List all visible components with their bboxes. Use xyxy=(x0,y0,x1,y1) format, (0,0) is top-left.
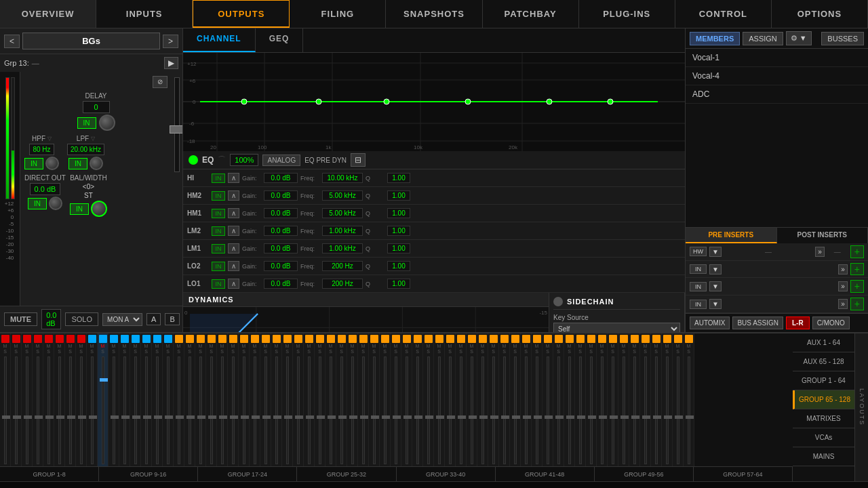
mute-btn-43[interactable]: M xyxy=(459,344,463,349)
mute-btn-30[interactable]: M xyxy=(318,344,322,349)
solo-btn-14[interactable]: S xyxy=(144,349,148,354)
solo-btn-54[interactable]: S xyxy=(578,349,582,354)
busses-button[interactable]: BUSSES xyxy=(821,32,864,45)
mute-btn-1[interactable]: M xyxy=(3,344,7,349)
mute-btn-24[interactable]: M xyxy=(253,344,257,349)
strip-color-41[interactable] xyxy=(435,335,443,343)
fader-track-10[interactable] xyxy=(102,357,104,464)
insert-type-in2[interactable]: IN xyxy=(690,282,707,291)
mute-btn-53[interactable]: M xyxy=(568,344,572,349)
fader-thumb-31[interactable] xyxy=(328,415,336,419)
mixer-strip-13[interactable]: MS xyxy=(130,333,141,466)
mute-btn-21[interactable]: M xyxy=(220,344,224,349)
band-in-lo2-button[interactable]: IN xyxy=(212,262,225,271)
mute-btn-8[interactable]: M xyxy=(79,344,83,349)
mute-btn-62[interactable]: M xyxy=(665,344,669,349)
b-button[interactable]: B xyxy=(165,313,179,325)
fader-track-37[interactable] xyxy=(395,357,397,464)
fader-thumb-22[interactable] xyxy=(230,415,238,419)
mute-btn-28[interactable]: M xyxy=(296,344,300,349)
solo-btn-20[interactable]: S xyxy=(210,349,213,354)
solo-btn-25[interactable]: S xyxy=(264,349,267,354)
mixer-strip-11[interactable]: MS xyxy=(108,333,119,466)
mute-btn-63[interactable]: M xyxy=(676,344,680,349)
member-vocal4[interactable]: Vocal-4 xyxy=(686,67,868,85)
fader-track-4[interactable] xyxy=(37,357,39,464)
insert-arr-in3[interactable]: » xyxy=(838,299,848,309)
mixer-strip-23[interactable]: MS xyxy=(239,333,250,466)
nav-inputs[interactable]: INPUTS xyxy=(96,0,193,28)
solo-btn-37[interactable]: S xyxy=(394,349,397,354)
group-next-button[interactable]: ▶ xyxy=(164,57,178,69)
bus-assign-button[interactable]: BUS ASSIGN xyxy=(732,317,783,329)
lpf-knob[interactable] xyxy=(90,157,103,170)
insert-expand-in3[interactable]: ▼ xyxy=(709,299,722,309)
fader-thumb-36[interactable] xyxy=(382,415,390,419)
mute-btn-9[interactable]: M xyxy=(90,344,94,349)
strip-color-63[interactable] xyxy=(674,335,682,343)
mute-btn-29[interactable]: M xyxy=(307,344,311,349)
mute-btn-44[interactable]: M xyxy=(470,344,474,349)
direct-out-in-button[interactable]: IN xyxy=(28,198,47,209)
mute-btn-50[interactable]: M xyxy=(535,344,539,349)
mixer-strip-24[interactable]: MS xyxy=(250,333,260,466)
band-shape-lo1-button[interactable]: ∧ xyxy=(228,279,239,289)
fader-thumb-8[interactable] xyxy=(78,415,86,419)
fader-track-15[interactable] xyxy=(156,357,159,464)
strip-color-12[interactable] xyxy=(121,335,129,343)
strip-color-37[interactable] xyxy=(392,335,400,343)
strip-color-52[interactable] xyxy=(555,335,563,343)
mixer-strip-28[interactable]: MS xyxy=(293,333,304,466)
insert-arr-hw[interactable]: » xyxy=(815,247,825,257)
mains-button[interactable]: MAINS xyxy=(793,447,854,466)
mixer-strip-18[interactable]: MS xyxy=(184,333,195,466)
mute-btn-14[interactable]: M xyxy=(144,344,149,349)
fader-thumb-47[interactable] xyxy=(501,415,509,419)
strip-color-64[interactable] xyxy=(685,335,693,343)
solo-btn-42[interactable]: S xyxy=(448,349,452,354)
mixer-strip-8[interactable]: MS xyxy=(76,333,87,466)
strip-color-44[interactable] xyxy=(468,335,476,343)
mute-btn-13[interactable]: M xyxy=(134,344,138,349)
mute-btn-41[interactable]: M xyxy=(437,344,441,349)
strip-color-2[interactable] xyxy=(12,335,20,343)
fader-track-20[interactable] xyxy=(210,357,213,464)
mute-btn-23[interactable]: M xyxy=(242,344,246,349)
fader-thumb-53[interactable] xyxy=(566,415,574,419)
insert-type-in1[interactable]: IN xyxy=(690,264,707,274)
solo-btn-4[interactable]: S xyxy=(36,349,39,354)
fader-thumb-33[interactable] xyxy=(349,415,357,419)
insert-add-in2[interactable]: + xyxy=(850,280,864,293)
fader-thumb-59[interactable] xyxy=(631,415,639,419)
fader-thumb-60[interactable] xyxy=(642,415,650,419)
solo-btn-53[interactable]: S xyxy=(568,349,571,354)
mute-btn-27[interactable]: M xyxy=(285,344,290,349)
mixer-strip-7[interactable]: MS xyxy=(65,333,76,466)
solo-btn-40[interactable]: S xyxy=(427,349,430,354)
strip-color-9[interactable] xyxy=(88,335,96,343)
mute-btn-38[interactable]: M xyxy=(405,344,409,349)
strip-color-47[interactable] xyxy=(500,335,509,343)
mixer-strip-59[interactable]: MS xyxy=(629,333,640,466)
mixer-strip-32[interactable]: MS xyxy=(336,333,347,466)
solo-btn-33[interactable]: S xyxy=(351,349,354,354)
mixer-strip-27[interactable]: MS xyxy=(282,333,293,466)
fader-track-27[interactable] xyxy=(286,357,289,464)
mixer-strip-57[interactable]: MS xyxy=(608,333,618,466)
fader-thumb-18[interactable] xyxy=(186,415,195,419)
solo-btn-17[interactable]: S xyxy=(177,349,180,354)
fader-track-23[interactable] xyxy=(243,357,245,464)
mixer-strip-47[interactable]: MS xyxy=(499,333,510,466)
fader-thumb-57[interactable] xyxy=(610,415,618,419)
fader-thumb-51[interactable] xyxy=(545,415,553,419)
fader-track-14[interactable] xyxy=(145,357,148,464)
mute-btn-32[interactable]: M xyxy=(340,344,344,349)
fader-track-55[interactable] xyxy=(590,357,593,464)
mute-btn-49[interactable]: M xyxy=(524,344,528,349)
mixer-strip-1[interactable]: MS xyxy=(0,333,11,466)
mixer-strip-53[interactable]: MS xyxy=(564,333,575,466)
fader-track-21[interactable] xyxy=(221,357,224,464)
strip-color-29[interactable] xyxy=(305,335,313,343)
fader-track-41[interactable] xyxy=(438,357,441,464)
strip-color-43[interactable] xyxy=(457,335,465,343)
